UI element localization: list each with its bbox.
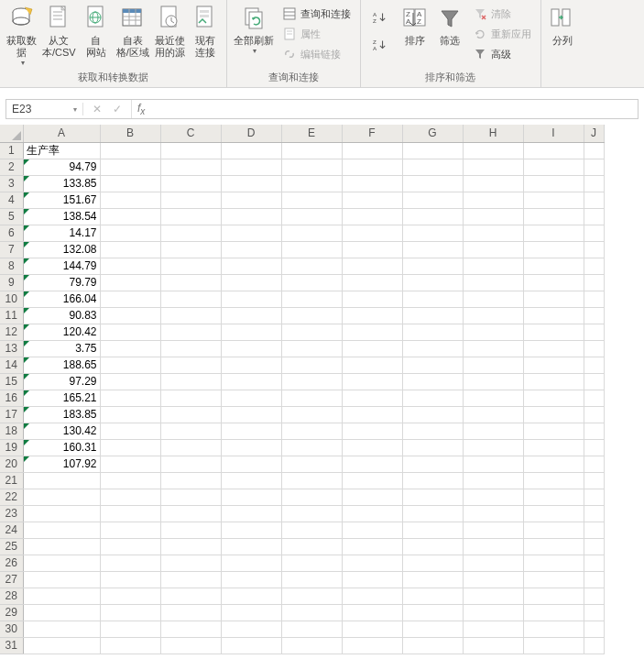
cell-B9[interactable]	[100, 274, 160, 291]
cell-F27[interactable]	[342, 571, 402, 588]
cell-J23[interactable]	[584, 505, 604, 522]
cell-H21[interactable]	[463, 472, 523, 489]
column-header-I[interactable]: I	[523, 125, 584, 142]
cell-D7[interactable]	[221, 241, 281, 258]
cell-J6[interactable]	[584, 225, 604, 241]
cell-G16[interactable]	[402, 390, 463, 406]
row-header-18[interactable]: 18	[0, 423, 23, 439]
cell-F11[interactable]	[342, 307, 402, 324]
cell-A24[interactable]	[23, 522, 100, 538]
cell-I4[interactable]	[523, 192, 584, 208]
cell-I29[interactable]	[523, 604, 584, 621]
cell-H28[interactable]	[463, 588, 523, 604]
cell-H24[interactable]	[463, 522, 523, 538]
cell-G19[interactable]	[402, 439, 463, 456]
row-header-24[interactable]: 24	[0, 522, 23, 538]
cell-A28[interactable]	[23, 588, 100, 604]
cell-G15[interactable]	[402, 373, 463, 390]
cell-I15[interactable]	[523, 373, 584, 390]
from-csv-button[interactable]: 从文 本/CSV	[39, 2, 79, 60]
row-header-28[interactable]: 28	[0, 588, 23, 604]
cell-I2[interactable]	[523, 159, 584, 175]
cell-B4[interactable]	[100, 192, 160, 208]
cell-J5[interactable]	[584, 208, 604, 225]
cell-A8[interactable]: 144.79	[23, 258, 100, 274]
cell-C23[interactable]	[160, 505, 221, 522]
cell-G3[interactable]	[402, 175, 463, 192]
cell-A10[interactable]: 166.04	[23, 291, 100, 307]
cell-B8[interactable]	[100, 258, 160, 274]
cell-H9[interactable]	[463, 274, 523, 291]
cell-B17[interactable]	[100, 406, 160, 423]
cell-G18[interactable]	[402, 423, 463, 439]
cell-G8[interactable]	[402, 258, 463, 274]
cell-A13[interactable]: 3.75	[23, 340, 100, 357]
cell-F23[interactable]	[342, 505, 402, 522]
column-header-J[interactable]: J	[584, 125, 604, 142]
cell-F7[interactable]	[342, 241, 402, 258]
cell-G4[interactable]	[402, 192, 463, 208]
cell-E27[interactable]	[281, 571, 342, 588]
column-header-A[interactable]: A	[23, 125, 100, 142]
cell-D13[interactable]	[221, 340, 281, 357]
cell-E21[interactable]	[281, 472, 342, 489]
cell-F26[interactable]	[342, 555, 402, 571]
cell-D22[interactable]	[221, 489, 281, 505]
cell-B2[interactable]	[100, 159, 160, 175]
get-data-button[interactable]: 获取数 据 ▾	[4, 2, 39, 69]
cell-G27[interactable]	[402, 571, 463, 588]
cell-C28[interactable]	[160, 588, 221, 604]
cell-C19[interactable]	[160, 439, 221, 456]
recent-sources-button[interactable]: 最近使 用的源	[152, 2, 188, 60]
row-header-16[interactable]: 16	[0, 390, 23, 406]
cell-J27[interactable]	[584, 571, 604, 588]
cell-A27[interactable]	[23, 571, 100, 588]
cell-H20[interactable]	[463, 456, 523, 472]
cell-E18[interactable]	[281, 423, 342, 439]
cell-D14[interactable]	[221, 357, 281, 373]
cell-B22[interactable]	[100, 489, 160, 505]
column-header-D[interactable]: D	[221, 125, 281, 142]
cell-C14[interactable]	[160, 357, 221, 373]
column-header-H[interactable]: H	[463, 125, 523, 142]
cell-B11[interactable]	[100, 307, 160, 324]
cell-F25[interactable]	[342, 538, 402, 555]
cell-A22[interactable]	[23, 489, 100, 505]
cell-J3[interactable]	[584, 175, 604, 192]
cell-I6[interactable]	[523, 225, 584, 241]
cell-J12[interactable]	[584, 324, 604, 340]
cell-J14[interactable]	[584, 357, 604, 373]
cell-H11[interactable]	[463, 307, 523, 324]
advanced-button[interactable]: 高级	[467, 44, 537, 64]
cell-J22[interactable]	[584, 489, 604, 505]
cell-E13[interactable]	[281, 340, 342, 357]
cell-G21[interactable]	[402, 472, 463, 489]
name-box[interactable]: E23 ▾	[6, 103, 83, 115]
from-web-button[interactable]: 自 网站	[79, 2, 114, 60]
cell-C16[interactable]	[160, 390, 221, 406]
cell-F14[interactable]	[342, 357, 402, 373]
cell-I20[interactable]	[523, 456, 584, 472]
cell-H8[interactable]	[463, 258, 523, 274]
cell-C15[interactable]	[160, 373, 221, 390]
cell-A26[interactable]	[23, 555, 100, 571]
cell-A5[interactable]: 138.54	[23, 208, 100, 225]
row-header-10[interactable]: 10	[0, 291, 23, 307]
cell-B18[interactable]	[100, 423, 160, 439]
cell-H30[interactable]	[463, 621, 523, 637]
cell-E23[interactable]	[281, 505, 342, 522]
row-header-29[interactable]: 29	[0, 604, 23, 621]
cell-G24[interactable]	[402, 522, 463, 538]
cell-B16[interactable]	[100, 390, 160, 406]
cell-E14[interactable]	[281, 357, 342, 373]
cell-F10[interactable]	[342, 291, 402, 307]
cell-E7[interactable]	[281, 241, 342, 258]
cell-G1[interactable]	[402, 142, 463, 159]
cell-H27[interactable]	[463, 571, 523, 588]
cell-H5[interactable]	[463, 208, 523, 225]
cell-E6[interactable]	[281, 225, 342, 241]
cell-D4[interactable]	[221, 192, 281, 208]
cell-A31[interactable]	[23, 637, 100, 654]
filter-button[interactable]: 筛选	[432, 2, 467, 49]
cell-D2[interactable]	[221, 159, 281, 175]
